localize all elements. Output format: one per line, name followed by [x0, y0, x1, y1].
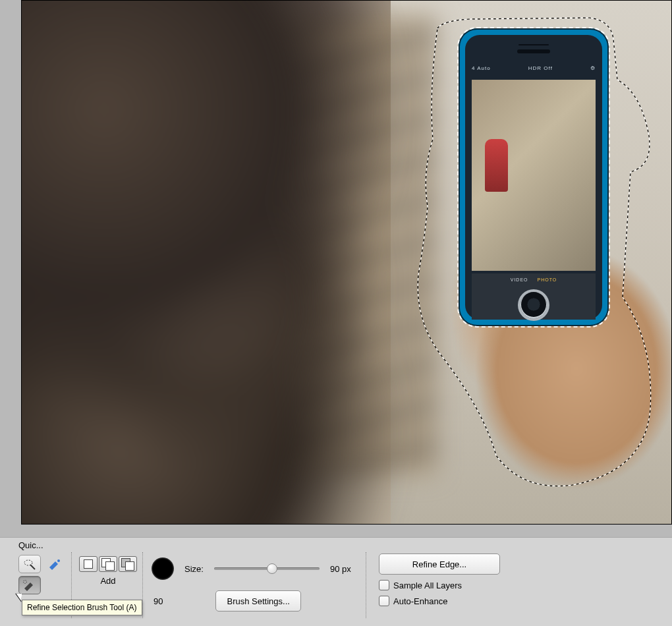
- panel-title: Quic...: [18, 540, 43, 550]
- refine-selection-brush-tool-button[interactable]: [18, 576, 41, 594]
- selection-marquee: [22, 1, 671, 524]
- brush-size-group: Size: 90 px: [152, 557, 351, 580]
- auto-enhance-checkbox[interactable]: [379, 596, 389, 606]
- tool-picker: [18, 555, 66, 594]
- refine-options-group: Refine Edge... Sample All Layers Auto-En…: [379, 554, 500, 606]
- refine-selection-brush-icon: [22, 579, 37, 591]
- refine-edge-button[interactable]: Refine Edge...: [379, 554, 500, 575]
- selection-mode-group: Add: [79, 556, 137, 586]
- quick-selection-tool-button[interactable]: [18, 555, 41, 573]
- quick-selection-wand-icon: [23, 558, 36, 570]
- sample-all-layers-label: Sample All Layers: [393, 581, 462, 590]
- selection-brush-tool-button[interactable]: [43, 555, 66, 573]
- tooltip: Refine Selection Brush Tool (A): [22, 600, 142, 615]
- slider-thumb[interactable]: [267, 563, 277, 574]
- selection-brush-icon: [47, 558, 62, 570]
- brush-size-slider[interactable]: [214, 565, 320, 573]
- mode-new-selection-button[interactable]: [79, 556, 98, 572]
- sample-all-layers-checkbox[interactable]: [379, 580, 389, 590]
- size-label: Size:: [184, 564, 204, 574]
- sample-all-layers-row[interactable]: Sample All Layers: [379, 580, 500, 590]
- selection-mode-label: Add: [79, 576, 137, 586]
- mode-subtract-selection-button[interactable]: [119, 556, 137, 572]
- divider: [142, 552, 143, 618]
- workspace-background: 4 Auto HDR Off ⚙ VIDEO PHOTO: [0, 0, 672, 537]
- mode-add-selection-button[interactable]: [99, 556, 117, 572]
- auto-enhance-label: Auto-Enhance: [393, 596, 447, 606]
- divider: [366, 552, 366, 618]
- brush-settings-button[interactable]: Brush Settings...: [215, 590, 300, 612]
- svg-point-2: [57, 559, 60, 562]
- auto-enhance-row[interactable]: Auto-Enhance: [379, 596, 500, 606]
- svg-point-3: [24, 581, 27, 584]
- svg-line-1: [30, 565, 35, 569]
- brush-size-number: 90: [154, 596, 163, 606]
- brush-size-value: 90 px: [330, 564, 351, 574]
- image-canvas[interactable]: 4 Auto HDR Off ⚙ VIDEO PHOTO: [21, 0, 672, 525]
- brush-preview-icon: [152, 557, 174, 580]
